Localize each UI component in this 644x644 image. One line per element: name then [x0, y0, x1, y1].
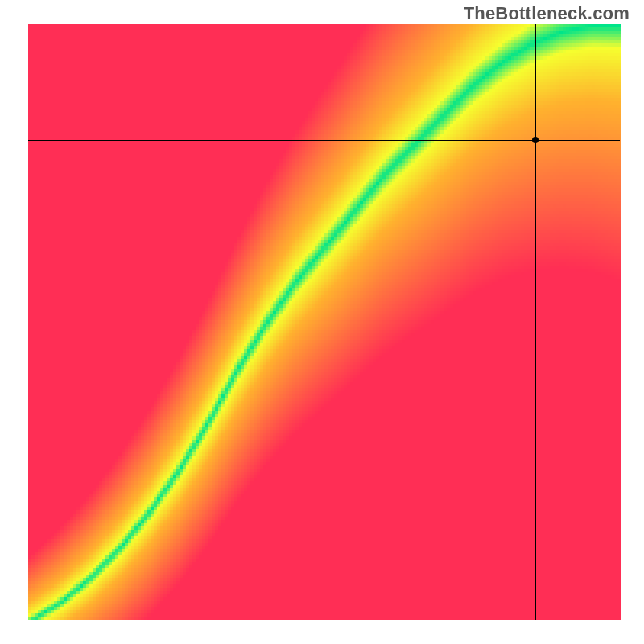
- chart-container: TheBottleneck.com: [0, 0, 644, 644]
- crosshair-vertical: [535, 24, 536, 620]
- crosshair-marker-dot: [532, 137, 539, 143]
- crosshair-horizontal: [28, 140, 620, 141]
- watermark-text: TheBottleneck.com: [464, 3, 630, 24]
- heatmap-canvas: [0, 0, 644, 644]
